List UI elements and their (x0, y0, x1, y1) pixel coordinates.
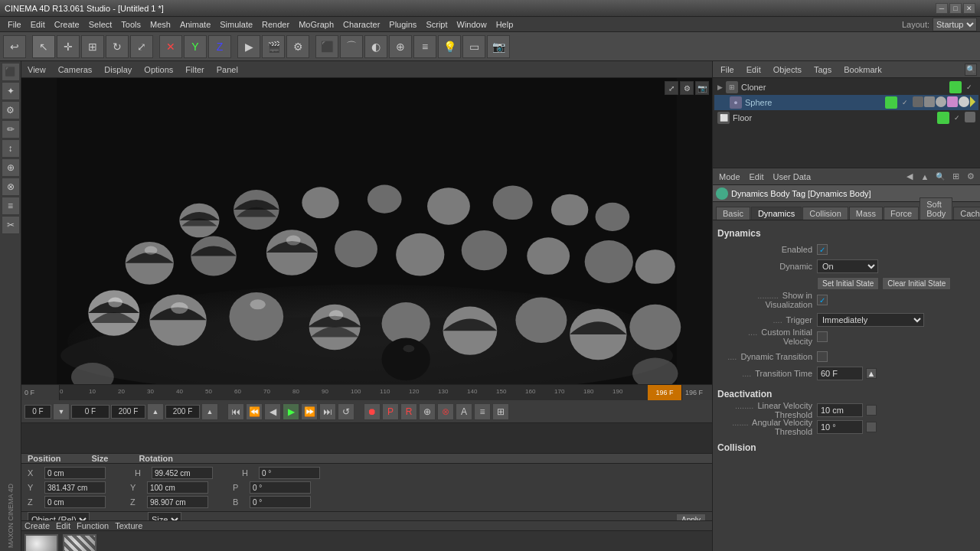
frame-step-up2[interactable]: ▲ (201, 403, 218, 420)
dynamic-select[interactable]: On Off (817, 259, 878, 273)
timeline-track[interactable] (21, 423, 712, 453)
obj-tab-objects[interactable]: Objects (769, 64, 806, 76)
cube-button[interactable]: ⬛ (315, 35, 338, 58)
viewport-expand-button[interactable]: ⤢ (665, 81, 678, 95)
hair-button[interactable]: ≡ (413, 35, 436, 58)
clear-initial-state-button[interactable]: Clear Initial State (882, 277, 951, 290)
end-frame-input[interactable] (111, 405, 145, 419)
tab-options[interactable]: Options (141, 64, 176, 76)
trigger-select[interactable]: Immediately (817, 313, 924, 327)
sphere-check-tag[interactable]: ✓ (899, 96, 911, 109)
tab-collision[interactable]: Collision (802, 207, 848, 220)
menu-edit[interactable]: Edit (26, 18, 50, 31)
frame-step-down[interactable]: ▼ (53, 403, 70, 420)
rotate-tool-button[interactable]: ↻ (106, 35, 129, 58)
left-tool-6[interactable]: ⊕ (2, 158, 20, 177)
timeline-extra-button[interactable]: ⊞ (492, 403, 509, 420)
sphere-tag-2[interactable] (924, 96, 935, 107)
sphere-tag-1[interactable] (913, 96, 923, 107)
mat-texture[interactable]: Texture (115, 521, 142, 530)
tab-view[interactable]: View (24, 64, 49, 76)
tab-dynamics[interactable]: Dynamics (751, 207, 802, 220)
show-viz-checkbox[interactable] (817, 295, 828, 305)
sphere-tag-3[interactable] (936, 96, 946, 107)
sphere-vis-tag[interactable] (885, 96, 897, 109)
mat-edit[interactable]: Edit (56, 521, 70, 530)
enabled-checkbox[interactable] (817, 244, 828, 255)
x-axis-button[interactable]: ✕ (159, 35, 182, 58)
object-floor[interactable]: ⬜ Floor ✓ (714, 110, 978, 126)
rotation-h-input[interactable] (259, 467, 320, 479)
menu-file[interactable]: File (3, 18, 26, 31)
select-tool-button[interactable]: ↖ (32, 35, 55, 58)
render-region-button[interactable]: ▶ (237, 35, 260, 58)
menu-plugins[interactable]: Plugins (384, 18, 421, 31)
max-frame-input[interactable] (165, 405, 200, 419)
y-axis-button[interactable]: Y (184, 35, 207, 58)
sphere-tag-6[interactable] (970, 96, 975, 107)
position-z-input[interactable] (44, 496, 106, 508)
timeline-ruler[interactable]: 0 F 0 10 20 30 40 50 60 70 80 90 100 110 (21, 385, 712, 400)
trans-time-input[interactable] (817, 367, 863, 380)
tab-panel[interactable]: Panel (214, 64, 241, 76)
instance-button[interactable]: ⊕ (389, 35, 412, 58)
floor-vis-tag[interactable] (937, 112, 949, 124)
obj-search-icon[interactable]: 🔍 (965, 64, 977, 76)
position-x-input[interactable] (44, 467, 106, 479)
props-expand-icon[interactable]: ⊞ (949, 171, 962, 183)
mat-create[interactable]: Create (24, 521, 50, 530)
viewport[interactable]: ⤢ ⚙ 📷 (21, 78, 712, 384)
sphere-tag-5[interactable] (959, 96, 969, 107)
delete-keyframe-button[interactable]: ⊗ (437, 403, 454, 420)
object-cloner[interactable]: ▶ ⊞ Cloner ✓ (714, 80, 978, 95)
layout-select[interactable]: Startup (933, 18, 977, 31)
cloner-vis-tag[interactable] (949, 81, 962, 93)
play-reverse-button[interactable]: ◀ (264, 403, 281, 420)
left-tool-9[interactable]: ✂ (2, 216, 20, 234)
tab-force[interactable]: Force (884, 207, 919, 220)
left-tool-3[interactable]: ⚙ (2, 101, 20, 119)
trans-time-spinner[interactable]: ▲ (866, 368, 877, 379)
menu-create[interactable]: Create (50, 18, 84, 31)
frame-number-input[interactable] (71, 405, 109, 419)
viewport-camera-button[interactable]: 📷 (695, 81, 709, 95)
linear-vel-spinner[interactable] (866, 405, 877, 416)
floor-button[interactable]: ▭ (462, 35, 485, 58)
maximize-button[interactable]: □ (949, 3, 962, 14)
menu-render[interactable]: Render (257, 18, 294, 31)
menu-tools[interactable]: Tools (116, 18, 145, 31)
size-y-input[interactable] (147, 481, 208, 494)
sphere-tag-4[interactable] (947, 96, 958, 107)
mode-tab[interactable]: Mode (716, 171, 743, 183)
angular-vel-spinner[interactable] (866, 422, 877, 432)
menu-mesh[interactable]: Mesh (145, 18, 175, 31)
floor-check-tag[interactable]: ✓ (951, 112, 963, 124)
record-rot-button[interactable]: R (400, 403, 417, 420)
rotation-b-input[interactable] (250, 496, 311, 508)
scale-tool-button[interactable]: ⤢ (130, 35, 153, 58)
mat-function[interactable]: Function (77, 521, 109, 530)
add-keyframe-button[interactable]: ⊕ (419, 403, 436, 420)
prev-frame-button[interactable]: ⏪ (246, 403, 263, 420)
menu-character[interactable]: Character (338, 18, 384, 31)
floor-tag-1[interactable] (965, 112, 975, 122)
menu-script[interactable]: Script (421, 18, 452, 31)
left-tool-2[interactable]: ✦ (2, 82, 20, 100)
tab-basic[interactable]: Basic (716, 207, 750, 220)
props-nav-left[interactable]: ◀ (903, 171, 916, 183)
boole-button[interactable]: ◐ (364, 35, 387, 58)
props-settings-icon[interactable]: ⚙ (965, 171, 977, 183)
obj-tab-edit[interactable]: Edit (742, 64, 766, 76)
size-h-input[interactable] (152, 467, 213, 479)
tab-cache[interactable]: Cache (953, 207, 980, 220)
timeline-settings-button[interactable]: ≡ (474, 403, 491, 420)
menu-animate[interactable]: Animate (175, 18, 215, 31)
menu-help[interactable]: Help (492, 18, 518, 31)
angular-vel-input[interactable] (817, 420, 863, 434)
window-controls[interactable]: ─ □ ✕ (936, 3, 975, 14)
obj-tab-bookmark[interactable]: Bookmark (839, 64, 887, 76)
z-axis-button[interactable]: Z (208, 35, 231, 58)
linear-vel-input[interactable] (817, 403, 863, 417)
material-mat2[interactable]: Mat (63, 534, 96, 551)
tab-soft-body[interactable]: Soft Body (920, 197, 952, 220)
